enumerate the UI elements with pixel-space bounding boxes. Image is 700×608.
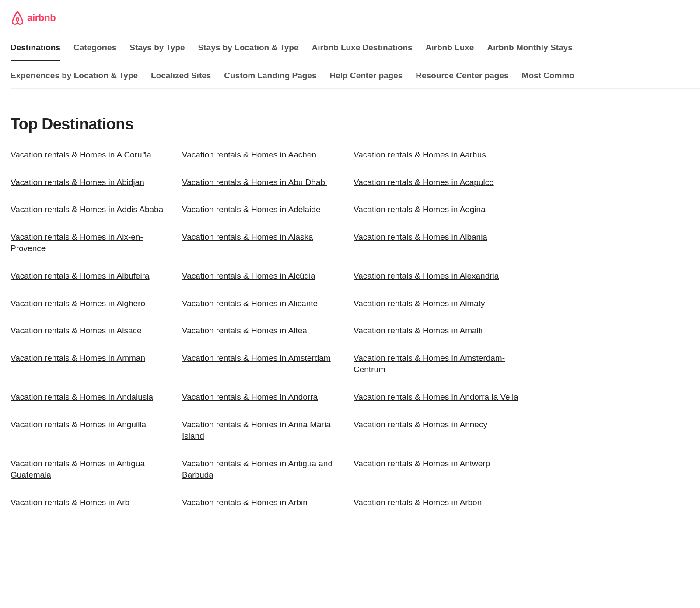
tab-airbnb-monthly-stays[interactable]: Airbnb Monthly Stays — [487, 43, 572, 60]
destination-link[interactable]: Vacation rentals & Homes in Andorra — [182, 391, 354, 403]
destination-link[interactable]: Vacation rentals & Homes in Amalfi — [354, 325, 525, 337]
destination-link[interactable]: Vacation rentals & Homes in Amsterdam — [182, 353, 354, 364]
airbnb-logo-icon — [10, 10, 24, 25]
destination-link[interactable]: Vacation rentals & Homes in Arbon — [354, 497, 525, 509]
destination-link[interactable]: Vacation rentals & Homes in Amman — [10, 353, 182, 364]
tab-airbnb-luxe-destinations[interactable]: Airbnb Luxe Destinations — [312, 43, 412, 60]
destination-link[interactable]: Vacation rentals & Homes in Alexandria — [354, 270, 525, 282]
destination-link[interactable]: Vacation rentals & Homes in Albania — [354, 231, 525, 243]
destination-link[interactable]: Vacation rentals & Homes in Antigua Guat… — [10, 458, 182, 481]
destination-link[interactable]: Vacation rentals & Homes in Antwerp — [354, 458, 525, 470]
tab-stays-by-location-type[interactable]: Stays by Location & Type — [198, 43, 299, 60]
destination-link[interactable]: Vacation rentals & Homes in Aachen — [182, 149, 354, 161]
tab-resource-center-pages[interactable]: Resource Center pages — [416, 71, 508, 88]
navigation-tabs: DestinationsCategoriesStays by TypeStays… — [10, 43, 700, 89]
tab-airbnb-luxe[interactable]: Airbnb Luxe — [426, 43, 474, 60]
tab-help-center-pages[interactable]: Help Center pages — [330, 71, 403, 88]
destination-link[interactable]: Vacation rentals & Homes in Andalusia — [10, 391, 182, 403]
tab-destinations[interactable]: Destinations — [10, 43, 60, 60]
destination-link[interactable]: Vacation rentals & Homes in Alsace — [10, 325, 182, 337]
section-title: Top Destinations — [10, 115, 690, 133]
tab-stays-by-type[interactable]: Stays by Type — [130, 43, 185, 60]
destination-link[interactable]: Vacation rentals & Homes in Almaty — [354, 298, 525, 310]
destination-link[interactable]: Vacation rentals & Homes in Aix-en-Prove… — [10, 231, 182, 255]
destination-link[interactable]: Vacation rentals & Homes in Arbin — [182, 497, 354, 509]
destination-link[interactable]: Vacation rentals & Homes in Adelaide — [182, 204, 354, 216]
destination-link[interactable]: Vacation rentals & Homes in Amsterdam-Ce… — [354, 353, 525, 376]
tab-categories[interactable]: Categories — [74, 43, 116, 60]
tab-most-commo[interactable]: Most Commo — [522, 71, 574, 88]
destination-link[interactable]: Vacation rentals & Homes in Altea — [182, 325, 354, 337]
destinations-links-grid: Vacation rentals & Homes in A CoruñaVaca… — [10, 149, 690, 509]
destination-link[interactable]: Vacation rentals & Homes in Andorra la V… — [354, 391, 525, 403]
logo[interactable]: airbnb — [10, 10, 690, 25]
destination-link[interactable]: Vacation rentals & Homes in Anguilla — [10, 419, 182, 431]
destination-link[interactable]: Vacation rentals & Homes in Antigua and … — [182, 458, 354, 481]
destination-link[interactable]: Vacation rentals & Homes in Alcúdia — [182, 270, 354, 282]
tab-custom-landing-pages[interactable]: Custom Landing Pages — [224, 71, 316, 88]
destination-link[interactable]: Vacation rentals & Homes in Arb — [10, 497, 182, 509]
destination-link[interactable]: Vacation rentals & Homes in Annecy — [354, 419, 525, 431]
destination-link[interactable]: Vacation rentals & Homes in Alghero — [10, 298, 182, 310]
destination-link[interactable]: Vacation rentals & Homes in Acapulco — [354, 177, 525, 189]
destination-link[interactable]: Vacation rentals & Homes in Aarhus — [354, 149, 525, 161]
destination-link[interactable]: Vacation rentals & Homes in Alicante — [182, 298, 354, 310]
brand-name: airbnb — [27, 12, 56, 24]
tab-localized-sites[interactable]: Localized Sites — [151, 71, 211, 88]
destination-link[interactable]: Vacation rentals & Homes in Anna Maria I… — [182, 419, 354, 442]
destination-link[interactable]: Vacation rentals & Homes in Abidjan — [10, 177, 182, 189]
destination-link[interactable]: Vacation rentals & Homes in Alaska — [182, 231, 354, 243]
destination-link[interactable]: Vacation rentals & Homes in Aegina — [354, 204, 525, 216]
destination-link[interactable]: Vacation rentals & Homes in A Coruña — [10, 149, 182, 161]
destination-link[interactable]: Vacation rentals & Homes in Addis Ababa — [10, 204, 182, 216]
destination-link[interactable]: Vacation rentals & Homes in Albufeira — [10, 270, 182, 282]
destination-link[interactable]: Vacation rentals & Homes in Abu Dhabi — [182, 177, 354, 189]
tab-experiences-by-location-type[interactable]: Experiences by Location & Type — [10, 71, 138, 88]
